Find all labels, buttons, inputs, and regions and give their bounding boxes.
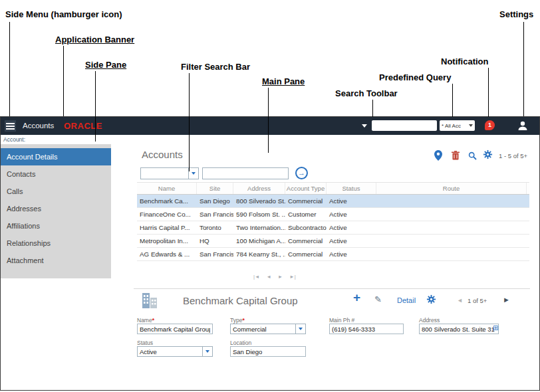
chevron-down-icon	[188, 168, 198, 179]
delete-trash-icon[interactable]	[452, 151, 460, 163]
predefined-query-dropdown[interactable]: * All Acc	[440, 120, 475, 131]
annotation-filter-search-bar: Filter Search Bar	[181, 62, 250, 72]
type-select[interactable]: Commercial	[230, 324, 306, 334]
cell-route	[376, 248, 527, 260]
required-marker: *	[152, 317, 154, 324]
detail-title: Benchmark Capital Group	[183, 295, 298, 306]
previous-record-chevron-icon[interactable]: ◄	[457, 297, 463, 304]
table-header-row: Name Site Address Account Type Status Ro…	[137, 182, 529, 195]
building-icon	[140, 292, 159, 312]
cell-route	[376, 235, 527, 247]
name-label: Name*	[137, 317, 154, 324]
type-value: Commercial	[231, 324, 295, 334]
table-row[interactable]: AG Edwards & ... San Francisco 784 Kearn…	[137, 248, 529, 261]
label-text: Type	[230, 317, 242, 324]
leader-line-notification	[488, 68, 489, 117]
notification-badge: 1	[488, 122, 491, 128]
column-header-status[interactable]: Status	[327, 183, 376, 194]
new-record-button[interactable]: +	[353, 290, 360, 305]
sidebar-item-relationships[interactable]: Relationships	[1, 235, 111, 252]
annotation-predefined-query: Predefined Query	[379, 72, 451, 82]
page-last-icon[interactable]: ►|	[289, 274, 295, 280]
sidebar-item-contacts[interactable]: Contacts	[1, 165, 111, 183]
cell-status: Active	[327, 195, 376, 207]
status-value: Active	[138, 347, 202, 356]
cell-route	[376, 221, 527, 234]
go-search-button[interactable]: →	[295, 167, 308, 179]
breadcrumb[interactable]: Account:	[3, 135, 25, 144]
sidebar-item-attachment[interactable]: Attachment	[1, 252, 111, 269]
cell-address: 590 Folsom St. ...	[233, 208, 285, 221]
leader-line-settings	[523, 22, 524, 116]
sidebar-item-addresses[interactable]: Addresses	[1, 200, 111, 217]
notification-icon[interactable]: 1	[485, 120, 495, 130]
column-header-name[interactable]: Name	[137, 183, 197, 194]
banner-dropdown-caret-icon[interactable]	[362, 124, 367, 128]
table-row[interactable]: Metropolitan In... HQ 100 Michigan A... …	[137, 235, 529, 248]
detail-link[interactable]: Detail	[397, 296, 416, 304]
filter-value-input[interactable]	[202, 167, 289, 179]
main-ph-field[interactable]	[329, 324, 404, 334]
page-first-icon[interactable]: |◄	[253, 274, 259, 280]
status-select[interactable]: Active	[137, 346, 213, 357]
sidebar-item-affiliations[interactable]: Affiliations	[1, 217, 111, 235]
annotation-side-pane: Side Pane	[85, 60, 126, 70]
pdq-value: * All Acc	[442, 123, 461, 129]
search-icon[interactable]	[468, 151, 477, 163]
location-pin-icon[interactable]	[434, 150, 442, 163]
annotation-search-toolbar: Search Toolbar	[335, 88, 398, 98]
cell-name: Benchmark Ca...	[137, 195, 197, 207]
next-record-chevron-icon[interactable]: ►	[503, 296, 510, 304]
leader-line-predefined-query	[452, 84, 453, 117]
gear-icon[interactable]	[426, 294, 436, 307]
sidebar-item-calls[interactable]: Calls	[1, 183, 111, 200]
leader-line-search-toolbar	[372, 100, 373, 117]
annotation-main-pane: Main Pane	[262, 76, 305, 86]
oracle-logo: ORACLE	[64, 117, 102, 135]
address-pick-icon[interactable]: ⊞	[493, 325, 498, 332]
search-toolbar-input[interactable]	[372, 120, 437, 131]
annotation-notification: Notification	[441, 56, 489, 66]
table-row[interactable]: Harris Capital P... Toronto Two Internat…	[137, 221, 529, 235]
gear-icon[interactable]	[483, 149, 493, 162]
cell-status: Active	[327, 248, 376, 260]
chevron-down-icon	[295, 324, 305, 334]
screenshot-root: Side Menu (hamburger icon) Settings Appl…	[0, 0, 540, 392]
cell-status: Active	[327, 221, 376, 234]
cell-name: FinanceOne Co...	[137, 208, 197, 221]
chevron-down-icon	[469, 124, 473, 127]
column-header-address[interactable]: Address	[233, 183, 285, 194]
page-next-icon[interactable]: ►	[278, 274, 283, 280]
application-banner: Accounts ORACLE * All Acc 1	[1, 117, 539, 135]
cell-account-type: Commercial	[285, 248, 327, 260]
table-row[interactable]: FinanceOne Co... San Francisco 590 Folso…	[137, 208, 529, 221]
list-applet-title: Accounts	[142, 149, 183, 160]
cell-address: 800 Silverado St...	[233, 195, 285, 207]
cell-site: HQ	[197, 235, 233, 247]
cell-site: San Francisco	[197, 208, 233, 221]
address-label: Address	[419, 317, 440, 324]
accounts-list-applet: Accounts 1 - 5 of 5+ →	[134, 146, 530, 289]
cell-name: Harris Capital P...	[137, 221, 197, 234]
pagination-bar: |◄ ◄ ► ►|	[253, 274, 296, 280]
column-header-route[interactable]: Route	[376, 183, 527, 194]
settings-user-icon[interactable]	[517, 120, 528, 131]
required-marker: *	[242, 317, 244, 324]
filter-column-select[interactable]	[140, 167, 199, 179]
page-prev-icon[interactable]: ◄	[266, 274, 271, 280]
cell-site: Toronto	[197, 221, 233, 234]
list-record-count: 1 - 5 of 5+	[499, 152, 527, 159]
chevron-down-icon	[202, 347, 212, 356]
sidebar-item-account-details[interactable]: Account Details	[1, 148, 111, 165]
column-header-site[interactable]: Site	[197, 183, 233, 194]
location-field[interactable]	[230, 346, 306, 357]
table-row[interactable]: Benchmark Ca... San Diego 800 Silverado …	[137, 195, 529, 208]
cell-address: 784 Kearny St., ...	[233, 248, 285, 260]
edit-pencil-icon[interactable]: ✎	[374, 294, 382, 304]
name-field[interactable]	[137, 324, 213, 334]
hamburger-menu-icon[interactable]	[5, 120, 16, 132]
cell-name: AG Edwards & ...	[137, 248, 197, 260]
address-field[interactable]	[419, 324, 499, 334]
side-pane: Account Details Contacts Calls Addresses…	[1, 144, 111, 278]
column-header-account-type[interactable]: Account Type	[285, 183, 327, 194]
